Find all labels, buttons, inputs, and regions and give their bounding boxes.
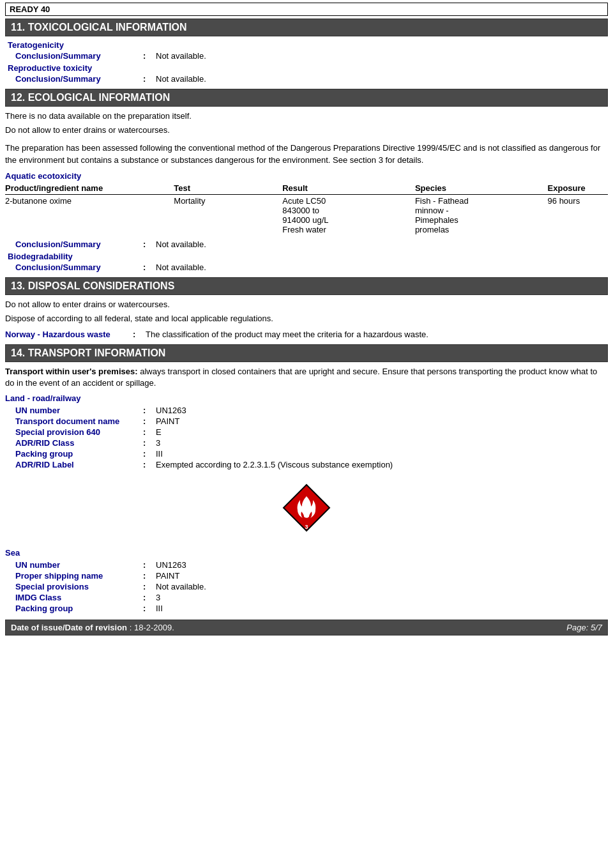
colon-12: : — [143, 571, 156, 581]
special-provision-value: E — [156, 427, 162, 437]
colon-1: : — [143, 51, 156, 61]
disposal-para1: Do not allow to enter drains or watercou… — [5, 299, 608, 310]
document-header: READY 40 — [5, 3, 608, 16]
special-provision-label: Special provision 640 — [15, 427, 143, 437]
biodeg-conclusion-label: Conclusion/Summary — [15, 263, 143, 272]
flammable-icon: 3 — [281, 482, 332, 533]
imdg-class-row: IMDG Class : 3 — [5, 593, 608, 602]
adr-label-label: ADR/RID Label — [15, 460, 143, 469]
colon-5: : — [143, 406, 156, 415]
section-13: 13. DISPOSAL CONSIDERATIONS Do not allow… — [5, 277, 608, 339]
transport-bold-part: Transport within user's premises: — [5, 367, 138, 376]
eco-conclusion-value: Not available. — [156, 240, 206, 249]
teratogenicity-conclusion-label: Conclusion/Summary — [15, 51, 143, 61]
proper-shipping-value: PAINT — [156, 571, 179, 581]
adr-class-row: ADR/RID Class : 3 — [5, 438, 608, 448]
packing-group-label: Packing group — [15, 449, 143, 459]
section-11: 11. TOXICOLOGICAL INFORMATION Teratogeni… — [5, 19, 608, 84]
eco-conclusion-label: Conclusion/Summary — [15, 240, 143, 249]
section-11-heading: 11. TOXICOLOGICAL INFORMATION — [5, 19, 608, 36]
proper-shipping-row: Proper shipping name : PAINT — [5, 571, 608, 581]
adr-label-row: ADR/RID Label : Exempted according to 2.… — [5, 460, 608, 469]
packing-group-value: III — [156, 449, 163, 459]
footer-date-section: Date of issue/Date of revision : 18-2-20… — [11, 623, 174, 632]
reproductive-conclusion-row: Conclusion/Summary : Not available. — [5, 74, 608, 84]
teratogenicity-conclusion-row: Conclusion/Summary : Not available. — [5, 51, 608, 61]
sea-packing-group-value: III — [156, 604, 163, 613]
un-number-value: UN1263 — [156, 406, 186, 415]
cell-exposure: 96 hours — [548, 196, 608, 234]
transport-doc-label: Transport document name — [15, 416, 143, 426]
colon-4: : — [143, 263, 156, 272]
eco-para1: There is no data available on the prepar… — [5, 110, 608, 122]
section-14-heading: 14. TRANSPORT INFORMATION — [5, 344, 608, 362]
imdg-class-label: IMDG Class — [15, 593, 143, 602]
eco-para3: The preparation has been assessed follow… — [5, 142, 608, 165]
biodeg-conclusion-row: Conclusion/Summary : Not available. — [5, 263, 608, 272]
imdg-class-value: 3 — [156, 593, 160, 602]
reproductive-conclusion-label: Conclusion/Summary — [15, 74, 143, 84]
footer: Date of issue/Date of revision : 18-2-20… — [5, 620, 608, 636]
header-title: READY 40 — [10, 4, 50, 14]
section-14: 14. TRANSPORT INFORMATION Transport with… — [5, 344, 608, 613]
colon-11: : — [143, 560, 156, 570]
norway-colon: : — [133, 330, 146, 339]
col-header-test: Test — [174, 183, 282, 193]
sea-un-number-label: UN number — [15, 560, 143, 570]
section-12-heading: 12. ECOLOGICAL INFORMATION — [5, 89, 608, 107]
sea-packing-group-row: Packing group : III — [5, 604, 608, 613]
special-provisions-value: Not available. — [156, 582, 206, 591]
eco-conclusion-row: Conclusion/Summary : Not available. — [5, 240, 608, 249]
proper-shipping-label: Proper shipping name — [15, 571, 143, 581]
svg-text:3: 3 — [305, 524, 308, 530]
table-header: Product/ingredient name Test Result Spec… — [5, 183, 608, 195]
aquatic-ecotoxicity-label: Aquatic ecotoxicity — [5, 171, 608, 181]
colon-13: : — [143, 582, 156, 591]
sea-packing-group-label: Packing group — [15, 604, 143, 613]
footer-date-label: Date of issue/Date of revision — [11, 623, 127, 632]
transport-doc-value: PAINT — [156, 416, 179, 426]
table-row: 2-butanone oxime Mortality Acute LC50843… — [5, 196, 608, 234]
section-12: 12. ECOLOGICAL INFORMATION There is no d… — [5, 89, 608, 272]
norway-row: Norway - Hazardous waste : The classific… — [5, 330, 608, 339]
adr-class-label: ADR/RID Class — [15, 438, 143, 448]
cell-species: Fish - Fatheadminnow -Pimephalespromelas — [415, 196, 548, 234]
colon-8: : — [143, 438, 156, 448]
special-provision-row: Special provision 640 : E — [5, 427, 608, 437]
col-header-species: Species — [415, 183, 548, 193]
disposal-para2: Dispose of according to all federal, sta… — [5, 313, 608, 324]
land-label: Land - road/railway — [5, 393, 608, 403]
ecotoxicity-table: Product/ingredient name Test Result Spec… — [5, 183, 608, 234]
adr-label-value: Exempted according to 2.2.3.1.5 (Viscous… — [156, 460, 393, 469]
colon-9: : — [143, 449, 156, 459]
cell-result: Acute LC50843000 to914000 ug/LFresh wate… — [282, 196, 415, 234]
sea-un-number-row: UN number : UN1263 — [5, 560, 608, 570]
teratogenicity-conclusion-value: Not available. — [156, 51, 206, 61]
footer-date-value: 18-2-2009. — [134, 623, 174, 632]
colon-15: : — [143, 604, 156, 613]
cell-product: 2-butanone oxime — [5, 196, 174, 234]
col-header-result: Result — [282, 183, 415, 193]
transport-doc-row: Transport document name : PAINT — [5, 416, 608, 426]
special-provisions-row: Special provisions : Not available. — [5, 582, 608, 591]
biodegradability-label: Biodegradability — [8, 252, 73, 261]
flame-diamond-container: 3 — [5, 482, 608, 535]
section-13-heading: 13. DISPOSAL CONSIDERATIONS — [5, 277, 608, 295]
un-number-label: UN number — [15, 406, 143, 415]
sea-un-number-value: UN1263 — [156, 560, 186, 570]
special-provisions-label: Special provisions — [15, 582, 143, 591]
eco-para2: Do not allow to enter drains or watercou… — [5, 125, 608, 136]
packing-group-row: Packing group : III — [5, 449, 608, 459]
biodeg-conclusion-value: Not available. — [156, 263, 206, 272]
sea-label: Sea — [5, 548, 608, 558]
transport-intro: Transport within user's premises: always… — [5, 366, 608, 389]
col-header-product: Product/ingredient name — [5, 183, 174, 193]
cell-test: Mortality — [174, 196, 282, 234]
un-number-row: UN number : UN1263 — [5, 406, 608, 415]
reproductive-toxicity-label: Reproductive toxicity — [8, 63, 92, 73]
norway-value: The classification of the product may me… — [146, 330, 428, 339]
adr-class-value: 3 — [156, 438, 160, 448]
colon-6: : — [143, 416, 156, 426]
footer-colon: : — [130, 623, 134, 632]
colon-14: : — [143, 593, 156, 602]
